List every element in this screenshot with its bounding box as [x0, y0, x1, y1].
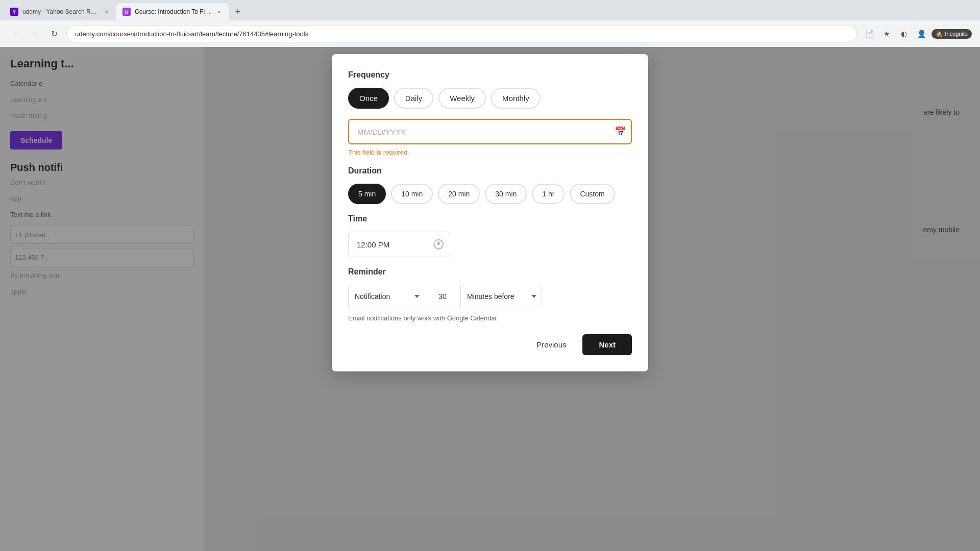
reminder-row: Notification Email Minutes before Hours …	[348, 285, 632, 308]
address-bar[interactable]	[66, 25, 857, 42]
incognito-badge: 🕵 Incognito	[932, 29, 972, 39]
back-button[interactable]: ←	[8, 27, 22, 41]
modal: Frequency Once Daily Weekly Monthly 📅 Th…	[332, 54, 648, 371]
next-button[interactable]: Next	[582, 334, 632, 355]
freq-monthly-button[interactable]: Monthly	[491, 88, 541, 109]
tab1-close[interactable]: ×	[103, 8, 111, 16]
date-input-wrapper: 📅	[348, 119, 632, 144]
tab1-favicon: Y	[10, 8, 18, 16]
duration-label: Duration	[348, 166, 632, 176]
address-bar-row: ← → ↻ 📄 ★ ◐ 👤 🕵 Incognito	[0, 20, 980, 47]
dur-10min-button[interactable]: 10 min	[391, 184, 433, 204]
tab-2[interactable]: U Course: Introduction To Fluid A... ×	[116, 3, 229, 20]
freq-weekly-button[interactable]: Weekly	[438, 88, 486, 109]
tab-bar: Y udemy - Yahoo Search Results × U Cours…	[0, 0, 980, 20]
dur-5min-button[interactable]: 5 min	[348, 184, 386, 204]
time-input[interactable]	[348, 232, 450, 257]
frequency-label: Frequency	[348, 70, 632, 80]
tab-1[interactable]: Y udemy - Yahoo Search Results ×	[4, 3, 116, 20]
freq-once-button[interactable]: Once	[348, 88, 389, 109]
date-error-text: This field is required.	[348, 148, 632, 156]
previous-button[interactable]: Previous	[528, 335, 574, 354]
dur-20min-button[interactable]: 20 min	[438, 184, 480, 204]
incognito-icon: 🕵	[936, 31, 943, 37]
tab2-title: Course: Introduction To Fluid A...	[135, 8, 211, 15]
time-label: Time	[348, 214, 632, 223]
dur-30min-button[interactable]: 30 min	[485, 184, 527, 204]
browser-icons: 📄 ★ ◐ 👤 🕵 Incognito	[862, 27, 972, 41]
bookmark-icon[interactable]: ★	[879, 27, 894, 41]
forward-button[interactable]: →	[28, 27, 42, 41]
modal-footer: Previous Next	[348, 334, 632, 355]
dur-1hr-button[interactable]: 1 hr	[532, 184, 565, 204]
frequency-buttons: Once Daily Weekly Monthly	[348, 88, 632, 109]
tab2-favicon: U	[122, 8, 131, 16]
reminder-minutes-input[interactable]	[425, 285, 460, 308]
new-tab-button[interactable]: +	[231, 5, 245, 19]
tab2-close[interactable]: ×	[215, 8, 223, 16]
read-mode-icon[interactable]: 📄	[862, 27, 876, 41]
calendar-icon-button[interactable]: 📅	[615, 126, 626, 137]
freq-daily-button[interactable]: Daily	[394, 88, 433, 109]
modal-overlay: Frequency Once Daily Weekly Monthly 📅 Th…	[0, 47, 980, 551]
extensions-icon[interactable]: ◐	[897, 27, 911, 41]
profile-icon[interactable]: 👤	[914, 27, 928, 41]
duration-buttons: 5 min 10 min 20 min 30 min 1 hr Custom	[348, 184, 632, 204]
incognito-label: Incognito	[945, 31, 968, 37]
reminder-type-select[interactable]: Notification Email	[348, 285, 425, 308]
refresh-button[interactable]: ↻	[47, 27, 61, 41]
dur-custom-button[interactable]: Custom	[570, 184, 615, 204]
reminder-timing-select[interactable]: Minutes before Hours before Days before	[460, 285, 542, 308]
page-background: Learning t... Calendar e Learning a li..…	[0, 47, 980, 551]
date-input[interactable]	[348, 119, 632, 144]
tab1-title: udemy - Yahoo Search Results	[22, 8, 99, 15]
reminder-note: Email notifications only work with Googl…	[348, 314, 632, 322]
reminder-label: Reminder	[348, 267, 632, 277]
time-input-wrapper: 🕐	[348, 232, 450, 257]
browser-chrome: Y udemy - Yahoo Search Results × U Cours…	[0, 0, 980, 47]
